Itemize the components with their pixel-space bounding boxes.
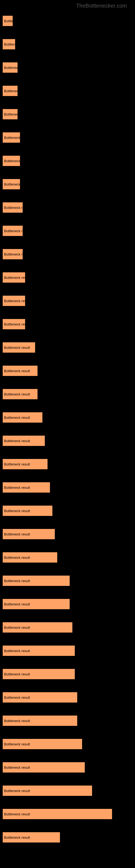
bar-inner-label: Bottleneck result: [4, 649, 30, 653]
bottleneck-bar: Bottleneck result: [3, 716, 77, 726]
bottleneck-bar: Bottleneck result: [3, 692, 77, 703]
bar-row: Bottleneck result: [3, 832, 132, 842]
bar-row: Bottleneck result: [3, 16, 132, 26]
bar-row: Bottleneck result: [3, 39, 132, 50]
bar-row: Bottleneck result: [3, 436, 132, 446]
bottleneck-bar: Bottleneck result: [3, 459, 48, 469]
bottleneck-bar: Bottleneck result: [3, 39, 15, 50]
bar-row: Bottleneck result: [3, 132, 132, 143]
bottleneck-bar: Bottleneck result: [3, 506, 52, 516]
bottleneck-bar: Bottleneck result: [3, 272, 25, 283]
bar-row: Bottleneck result: [3, 156, 132, 166]
bar-inner-label: Bottleneck result: [4, 742, 30, 746]
bar-inner-label: Bottleneck result: [4, 719, 30, 723]
bar-row: Bottleneck result: [3, 459, 132, 469]
bar-inner-label: Bottleneck result: [4, 252, 30, 256]
bar-row: Bottleneck result: [3, 62, 132, 73]
bottleneck-bar: Bottleneck result: [3, 529, 55, 539]
bar-inner-label: Bottleneck result: [4, 625, 30, 629]
bar-row: Bottleneck result: [3, 319, 132, 329]
bar-inner-label: Bottleneck result: [4, 89, 30, 93]
bar-row: Bottleneck result: [3, 412, 132, 423]
bottleneck-bar: Bottleneck result: [3, 762, 85, 773]
bottleneck-bar: Bottleneck result: [3, 132, 20, 143]
bottleneck-bar: Bottleneck result: [3, 86, 17, 96]
bar-row: Bottleneck result: [3, 599, 132, 609]
bar-inner-label: Bottleneck result: [4, 789, 30, 793]
bar-row: Bottleneck result: [3, 109, 132, 119]
bottleneck-bar: Bottleneck result: [3, 319, 25, 329]
bottleneck-bar: Bottleneck result: [3, 16, 13, 26]
bar-inner-label: Bottleneck result: [4, 415, 30, 420]
bar-row: Bottleneck result: [3, 716, 132, 726]
bar-inner-label: Bottleneck result: [4, 486, 30, 490]
bar-row: Bottleneck result: [3, 389, 132, 399]
bar-inner-label: Bottleneck result: [4, 159, 30, 163]
bottleneck-bar: Bottleneck result: [3, 249, 23, 259]
bar-inner-label: Bottleneck result: [4, 322, 30, 326]
bar-inner-label: Bottleneck result: [4, 19, 30, 23]
bottleneck-bar: Bottleneck result: [3, 389, 38, 399]
bar-row: Bottleneck result: [3, 506, 132, 516]
bar-inner-label: Bottleneck result: [4, 509, 30, 513]
bottleneck-bar: Bottleneck result: [3, 203, 23, 213]
bar-inner-label: Bottleneck result: [4, 112, 30, 116]
bar-inner-label: Bottleneck result: [4, 182, 30, 186]
bar-inner-label: Bottleneck result: [4, 392, 30, 396]
bar-row: Bottleneck result: [3, 86, 132, 96]
bottleneck-bar: Bottleneck result: [3, 646, 75, 656]
bar-row: Bottleneck result: [3, 203, 132, 213]
bar-inner-label: Bottleneck result: [4, 229, 30, 233]
bar-row: Bottleneck result: [3, 552, 132, 563]
bar-inner-label: Bottleneck result: [4, 135, 30, 140]
bar-inner-label: Bottleneck result: [4, 835, 30, 839]
bottleneck-bar: Bottleneck result: [3, 226, 23, 236]
bottleneck-bar: Bottleneck result: [3, 109, 17, 119]
bar-row: Bottleneck result: [3, 739, 132, 749]
bar-inner-label: Bottleneck result: [4, 66, 30, 70]
bar-inner-label: Bottleneck result: [4, 299, 30, 303]
bottleneck-bar: Bottleneck result: [3, 832, 60, 842]
bar-inner-label: Bottleneck result: [4, 579, 30, 583]
bar-inner-label: Bottleneck result: [4, 276, 30, 280]
bar-inner-label: Bottleneck result: [4, 602, 30, 606]
bottleneck-bar: Bottleneck result: [3, 739, 82, 749]
bar-inner-label: Bottleneck result: [4, 42, 30, 46]
bar-inner-label: Bottleneck result: [4, 556, 30, 560]
bar-inner-label: Bottleneck result: [4, 812, 30, 816]
bar-row: Bottleneck result: [3, 366, 132, 376]
bottleneck-bar: Bottleneck result: [3, 785, 92, 796]
bar-inner-label: Bottleneck result: [4, 206, 30, 210]
bar-inner-label: Bottleneck result: [4, 672, 30, 676]
bar-row: Bottleneck result: [3, 622, 132, 632]
bottleneck-bar: Bottleneck result: [3, 412, 42, 423]
bar-row: Bottleneck result: [3, 272, 132, 283]
bar-row: Bottleneck result: [3, 226, 132, 236]
bottleneck-bar: Bottleneck result: [3, 622, 72, 632]
bar-row: Bottleneck result: [3, 296, 132, 306]
bottleneck-bar: Bottleneck result: [3, 366, 38, 376]
bottleneck-bar: Bottleneck result: [3, 576, 70, 586]
bar-row: Bottleneck result: [3, 692, 132, 703]
bottleneck-bar: Bottleneck result: [3, 156, 20, 166]
bottleneck-bar: Bottleneck result: [3, 482, 50, 493]
bar-inner-label: Bottleneck result: [4, 439, 30, 443]
bar-row: Bottleneck result: [3, 669, 132, 679]
bar-row: Bottleneck result: [3, 342, 132, 352]
bottleneck-bar: Bottleneck result: [3, 809, 112, 819]
bar-inner-label: Bottleneck result: [4, 695, 30, 700]
watermark-text: TheBottlenecker.com: [3, 3, 132, 9]
bottleneck-chart: Bottleneck resultBottleneck resultBottle…: [3, 13, 132, 858]
bar-row: Bottleneck result: [3, 576, 132, 586]
bar-row: Bottleneck result: [3, 529, 132, 539]
bar-inner-label: Bottleneck result: [4, 346, 30, 350]
bar-row: Bottleneck result: [3, 482, 132, 493]
bottleneck-bar: Bottleneck result: [3, 436, 45, 446]
bar-row: Bottleneck result: [3, 785, 132, 796]
bottleneck-bar: Bottleneck result: [3, 599, 70, 609]
bottleneck-bar: Bottleneck result: [3, 552, 57, 563]
bar-row: Bottleneck result: [3, 249, 132, 259]
bar-inner-label: Bottleneck result: [4, 462, 30, 466]
bottleneck-bar: Bottleneck result: [3, 62, 17, 73]
bar-row: Bottleneck result: [3, 809, 132, 819]
